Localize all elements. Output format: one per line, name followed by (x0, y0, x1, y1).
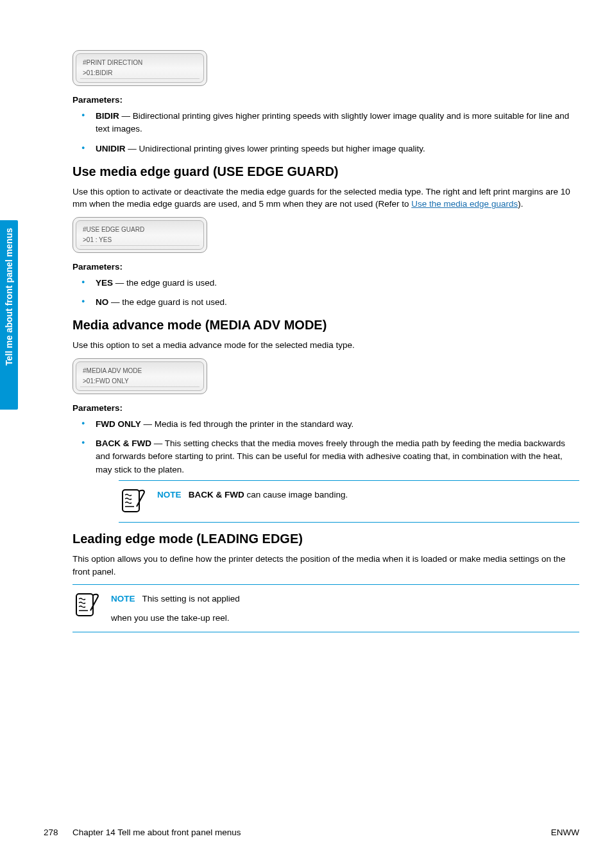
note-line2: when you use the take-up reel. (111, 612, 240, 625)
param-desc: — Media is fed through the printer in th… (141, 419, 353, 429)
parameters-label: Parameters: (72, 95, 579, 105)
list-item: NO — the edge guard is not used. (72, 296, 579, 309)
list-item: BIDIR — Bidirectional printing gives hig… (72, 110, 579, 136)
footer-chapter: Chapter 14 Tell me about front panel men… (72, 828, 241, 837)
adv-params: FWD ONLY — Media is fed through the prin… (72, 418, 579, 523)
lead-para: This option allows you to define how the… (72, 553, 579, 578)
note-leading-edge: NOTE This setting is not applied when yo… (72, 584, 579, 632)
heading-media-adv-mode: Media advance mode (MEDIA ADV MODE) (72, 318, 579, 333)
side-tab: Tell me about front panel menus (0, 220, 18, 410)
param-desc: — Unidirectional printing gives lower pr… (126, 144, 425, 153)
heading-use-edge-guard: Use media edge guard (USE EDGE GUARD) (72, 164, 579, 179)
lcd-line1: #PRINT DIRECTION (83, 58, 197, 68)
note-rest: can cause image banding. (244, 490, 348, 499)
note-text: NOTE This setting is not applied when yo… (111, 591, 240, 625)
lcd-display: #PRINT DIRECTION >01:BIDIR (76, 53, 204, 83)
svg-line-1 (137, 492, 144, 507)
edge-guard-params: YES — the edge guard is used. NO — the e… (72, 277, 579, 309)
note-back-fwd: NOTE BACK & FWD can cause image banding. (119, 480, 579, 523)
param-name: YES (96, 278, 113, 288)
lcd-frame: #USE EDGE GUARD >01 : YES (72, 217, 207, 253)
lcd-frame: #PRINT DIRECTION >01:BIDIR (72, 50, 207, 86)
list-item: FWD ONLY — Media is fed through the prin… (72, 418, 579, 431)
lcd-line1: #MEDIA ADV MODE (83, 366, 197, 376)
param-name: BACK & FWD (96, 438, 151, 448)
note-label: NOTE (157, 490, 182, 499)
param-desc: — the edge guard is not used. (108, 297, 227, 307)
svg-rect-0 (123, 490, 139, 512)
lcd-frame: #MEDIA ADV MODE >01:FWD ONLY (72, 358, 207, 394)
print-direction-params: BIDIR — Bidirectional printing gives hig… (72, 110, 579, 155)
main-content: #PRINT DIRECTION >01:BIDIR Parameters: B… (72, 50, 579, 641)
edge-guard-para: Use this option to activate or deactivat… (72, 186, 579, 211)
param-desc: — Bidirectional printing gives higher pr… (96, 111, 569, 134)
param-name: UNIDIR (96, 144, 126, 153)
param-name: FWD ONLY (96, 419, 141, 429)
param-name: BIDIR (96, 111, 119, 121)
svg-line-4 (90, 596, 98, 611)
lcd-line1: #USE EDGE GUARD (83, 225, 197, 235)
note-icon (72, 591, 101, 620)
link-use-media-edge-guards[interactable]: Use the media edge guards (411, 199, 518, 209)
text: ). (518, 199, 523, 209)
lcd-use-edge-guard: #USE EDGE GUARD >01 : YES (72, 217, 579, 253)
lcd-media-adv-mode: #MEDIA ADV MODE >01:FWD ONLY (72, 358, 579, 394)
note-bold: BACK & FWD (189, 490, 244, 499)
lcd-display: #MEDIA ADV MODE >01:FWD ONLY (76, 361, 204, 391)
parameters-label: Parameters: (72, 262, 579, 272)
lcd-line2: >01 : YES (83, 235, 197, 245)
param-desc: — the edge guard is used. (113, 278, 217, 288)
lcd-print-direction: #PRINT DIRECTION >01:BIDIR (72, 50, 579, 86)
list-item: BACK & FWD — This setting checks that th… (72, 437, 579, 523)
heading-leading-edge: Leading edge mode (LEADING EDGE) (72, 532, 579, 546)
footer: Chapter 14 Tell me about front panel men… (72, 828, 579, 837)
note-line1: This setting is not applied (142, 594, 240, 603)
parameters-label: Parameters: (72, 403, 579, 413)
note-text: NOTE BACK & FWD can cause image banding. (157, 487, 348, 501)
param-desc: — This setting checks that the media mov… (96, 438, 565, 474)
note-label: NOTE (111, 594, 135, 603)
lcd-line2: >01:FWD ONLY (83, 376, 197, 386)
list-item: UNIDIR — Unidirectional printing gives l… (72, 143, 579, 155)
footer-right: ENWW (551, 828, 579, 837)
page-number: 278 (44, 828, 58, 837)
adv-para: Use this option to set a media advance m… (72, 339, 579, 352)
svg-rect-3 (76, 594, 93, 616)
lcd-display: #USE EDGE GUARD >01 : YES (76, 220, 204, 250)
param-name: NO (96, 297, 108, 307)
side-tab-text: Tell me about front panel menus (4, 228, 14, 365)
note-icon (119, 487, 147, 516)
lcd-line2: >01:BIDIR (83, 68, 197, 78)
list-item: YES — the edge guard is used. (72, 277, 579, 290)
